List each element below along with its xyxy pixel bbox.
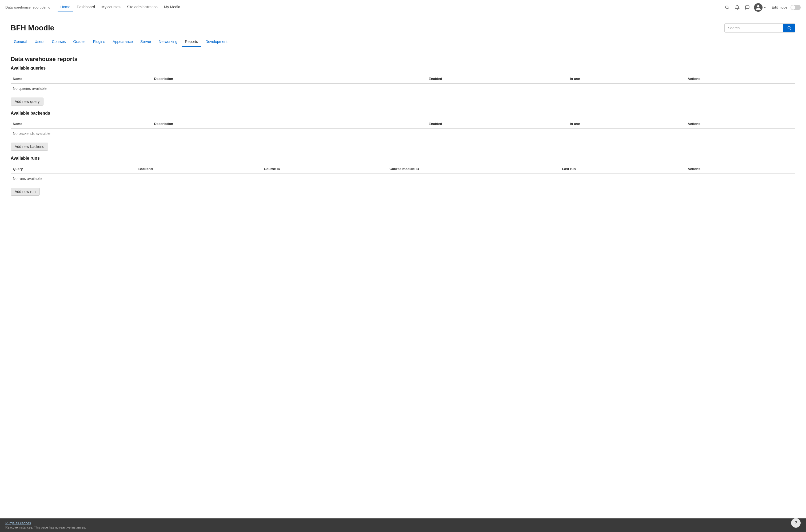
avatar [754,3,763,12]
add-new-backend-button[interactable]: Add new backend [11,142,48,151]
section-heading: Data warehouse reports [11,56,795,63]
add-new-query-button[interactable]: Add new query [11,98,43,106]
nav-item-my-media[interactable]: My Media [161,3,183,12]
backends-col-name: Name [11,119,152,129]
backends-col-inuse: In use [568,119,685,129]
queries-col-enabled: Enabled [426,74,568,84]
backends-table: Name Description Enabled In use Actions … [11,119,795,138]
main-content: Data warehouse reports Available queries… [0,47,806,222]
queries-col-description: Description [152,74,427,84]
svg-line-3 [790,29,791,30]
runs-col-query: Query [11,164,136,174]
queries-empty-row: No queries available [11,84,795,94]
edit-mode-label: Edit mode [772,5,787,9]
runs-col-actions: Actions [685,164,795,174]
search-button[interactable] [783,24,795,32]
svg-point-0 [726,6,728,9]
queries-col-name: Name [11,74,152,84]
runs-col-backend: Backend [136,164,262,174]
top-nav: Home Dashboard My courses Site administr… [58,3,723,12]
tab-users[interactable]: Users [32,37,48,47]
svg-line-1 [728,8,729,9]
tab-grades[interactable]: Grades [70,37,89,47]
tab-general[interactable]: General [11,37,31,47]
runs-section-title: Available runs [11,156,795,161]
tab-development[interactable]: Development [202,37,231,47]
backends-empty-message: No backends available [13,128,50,139]
edit-mode-toggle[interactable] [790,5,801,10]
runs-empty-row: No runs available [11,174,795,184]
site-brand: Data warehouse report demo [5,5,50,9]
tab-courses[interactable]: Courses [49,37,69,47]
svg-point-2 [788,27,790,29]
queries-col-actions: Actions [685,74,795,84]
queries-col-inuse: In use [568,74,685,84]
admin-tabs: General Users Courses Grades Plugins App… [0,37,806,47]
backends-section-title: Available backends [11,111,795,116]
messages-icon-button[interactable] [744,4,751,11]
tab-reports[interactable]: Reports [182,37,201,47]
nav-item-dashboard[interactable]: Dashboard [74,3,98,12]
backends-col-description: Description [152,119,427,129]
page-header: BFH Moodle [0,15,806,37]
search-bar [725,23,795,33]
add-new-run-button[interactable]: Add new run [11,188,40,196]
tab-appearance[interactable]: Appearance [109,37,136,47]
topbar: Data warehouse report demo Home Dashboar… [0,0,806,15]
notifications-icon-button[interactable] [734,4,741,11]
page-title: BFH Moodle [11,24,54,32]
search-input[interactable] [725,24,783,32]
user-menu[interactable]: ▼ [754,3,767,12]
backends-empty-row: No backends available [11,129,795,138]
nav-item-my-courses[interactable]: My courses [99,3,123,12]
runs-table: Query Backend Course ID Course module ID… [11,164,795,183]
tab-networking[interactable]: Networking [155,37,181,47]
backends-col-enabled: Enabled [426,119,568,129]
nav-item-site-admin[interactable]: Site administration [124,3,160,12]
backends-col-actions: Actions [685,119,795,129]
queries-table: Name Description Enabled In use Actions … [11,74,795,93]
tab-plugins[interactable]: Plugins [90,37,108,47]
search-icon-button[interactable] [723,4,731,11]
runs-empty-message: No runs available [13,173,42,184]
runs-col-coursemoduleid: Course module ID [387,164,560,174]
queries-empty-message: No queries available [13,83,47,94]
topbar-actions: ▼ Edit mode [723,3,801,12]
tab-server[interactable]: Server [137,37,154,47]
chevron-down-icon: ▼ [764,6,767,9]
runs-col-courseid: Course ID [262,164,387,174]
queries-section-title: Available queries [11,66,795,71]
runs-col-lastrun: Last run [560,164,685,174]
nav-item-home[interactable]: Home [58,3,73,12]
